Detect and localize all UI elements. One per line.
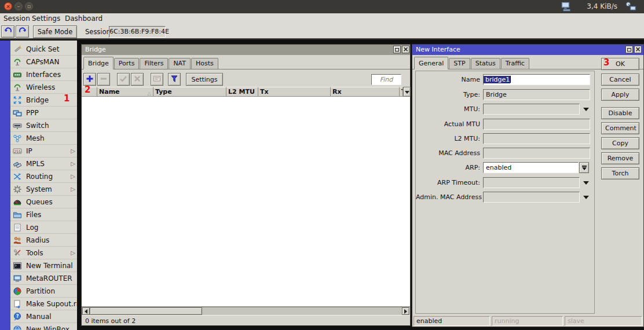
comment-button[interactable]	[151, 73, 163, 86]
ppp-icon	[13, 108, 22, 118]
sidebar-item-quick-set[interactable]: Quick Set	[10, 43, 77, 56]
remove-button[interactable]	[97, 73, 110, 86]
window-minimize-icon[interactable]: –	[14, 2, 23, 10]
field-input-arp-timeout[interactable]	[483, 177, 580, 188]
tab-traffic[interactable]: Traffic	[501, 58, 529, 69]
field-input-name[interactable]: bridge1	[483, 74, 590, 85]
add-button[interactable]	[83, 73, 96, 86]
column-selector-button[interactable]	[403, 87, 411, 97]
window-close-icon[interactable]: ×	[4, 2, 12, 10]
maximize-button[interactable]	[393, 46, 401, 53]
sort-ascending-icon	[148, 89, 151, 97]
sidebar-item-system[interactable]: System	[10, 183, 77, 196]
find-input[interactable]	[371, 74, 401, 85]
tab-nat[interactable]: NAT	[169, 58, 191, 69]
bridge-window-titlebar[interactable]: Bridge	[82, 45, 410, 55]
sidebar-item-mpls[interactable]: MPLS	[10, 157, 77, 170]
combo-dropdown-button[interactable]	[579, 162, 589, 173]
sidebar-item-ip[interactable]: 255IP	[10, 145, 77, 157]
sidebar-item-label: Make Supout.rif	[26, 300, 77, 308]
status-bar: 0 items out of 2	[82, 316, 410, 326]
chevron-down-icon	[405, 91, 409, 94]
menu-session[interactable]: Session	[3, 14, 30, 23]
tab-ports[interactable]: Ports	[114, 58, 140, 69]
maximize-button[interactable]	[625, 46, 633, 53]
sidebar-item-routing[interactable]: Routing	[10, 170, 77, 183]
close-button[interactable]	[402, 46, 409, 53]
tab-stp[interactable]: STP	[449, 58, 470, 69]
window-maximize-icon[interactable]: ▫	[25, 2, 33, 10]
copy-button[interactable]: Copy	[601, 137, 639, 149]
sidebar-item-mesh[interactable]: Mesh	[10, 132, 77, 145]
column-header-label: L2 MTU	[228, 88, 255, 96]
tab-bridge[interactable]: Bridge	[83, 57, 114, 69]
tab-hosts[interactable]: Hosts	[191, 58, 218, 69]
text-cursor	[510, 76, 511, 83]
sidebar-item-new-terminal[interactable]: New Terminal	[10, 259, 77, 272]
annotation-3: 3	[603, 58, 609, 67]
bridge-table-body[interactable]	[82, 97, 410, 307]
session-id-field[interactable]: 6C:3B:6B:F9:F8:4E	[109, 26, 166, 38]
arrow-right-icon	[404, 309, 407, 314]
new-interface-titlebar[interactable]: New Interface	[412, 45, 643, 55]
sidebar-item-new-winbox[interactable]: New WinBox	[10, 323, 77, 330]
scroll-right-button[interactable]	[402, 307, 409, 315]
sidebar-item-wireless[interactable]: Wireless	[10, 81, 77, 94]
menu-settings[interactable]: Settings	[32, 14, 60, 23]
sidebar-item-partition[interactable]: Partition	[10, 285, 77, 298]
disable-button[interactable]: Disable	[601, 107, 639, 119]
dropdown-arrow-icon[interactable]	[583, 108, 589, 111]
bridge-window: Bridge BridgePortsFiltersNATHosts Settin…	[81, 44, 411, 326]
tab-filters[interactable]: Filters	[140, 58, 168, 69]
sidebar-item-queues[interactable]: Queues	[10, 196, 77, 208]
log-icon	[13, 223, 22, 232]
sidebar-item-radius[interactable]: Radius	[10, 234, 77, 247]
column-header-l2-mtu[interactable]: L2 MTU	[226, 87, 258, 97]
sidebar-item-log[interactable]: Log	[10, 221, 77, 234]
column-header-tx[interactable]: Tx	[258, 87, 331, 97]
field-input-arp[interactable]: enabled	[483, 162, 579, 173]
field-label-arp: ARP:	[416, 162, 480, 173]
settings-button[interactable]: Settings	[186, 73, 223, 86]
column-header-rx[interactable]: Rx	[331, 87, 400, 97]
selected-text: bridge1	[484, 76, 510, 83]
column-header-label: Type	[155, 88, 172, 96]
scrollbar-thumb[interactable]	[90, 307, 202, 315]
sidebar-item-switch[interactable]: Switch	[10, 119, 77, 132]
column-header-name[interactable]: Name	[97, 87, 153, 97]
dropdown-arrow-icon[interactable]	[583, 181, 589, 185]
sidebar-item-capsman[interactable]: CAPsMAN	[10, 56, 77, 68]
dropdown-arrow-icon[interactable]	[583, 196, 589, 199]
remove-button[interactable]: Remove	[601, 152, 639, 164]
tab-general[interactable]: General	[414, 57, 448, 69]
tab-status[interactable]: Status	[471, 58, 500, 69]
column-header-type[interactable]: Type	[153, 87, 226, 97]
disable-button[interactable]	[131, 73, 144, 86]
safe-mode-button[interactable]: Safe Mode	[33, 25, 77, 38]
field-input-mtu[interactable]	[483, 104, 580, 115]
annotation-1: 1	[64, 94, 69, 103]
horizontal-scrollbar[interactable]	[82, 307, 410, 316]
field-label-type: Type:	[416, 89, 480, 100]
cancel-button[interactable]: Cancel	[601, 74, 639, 86]
sidebar-item-manual[interactable]: ?Manual	[10, 310, 77, 323]
close-button[interactable]	[634, 46, 642, 53]
close-icon	[402, 45, 408, 55]
redo-button[interactable]	[16, 25, 29, 38]
undo-button[interactable]	[1, 25, 14, 38]
scroll-left-button[interactable]	[82, 307, 90, 315]
comment-button[interactable]: Comment	[601, 122, 639, 134]
torch-button[interactable]: Torch	[601, 167, 639, 179]
filter-icon	[170, 74, 179, 85]
sidebar-item-files[interactable]: Files	[10, 208, 77, 221]
field-input-admin-mac-address[interactable]	[483, 192, 580, 203]
filter-button[interactable]	[168, 73, 181, 86]
menu-dashboard[interactable]: Dashboard	[65, 14, 103, 23]
sidebar-item-ppp[interactable]: PPP	[10, 107, 77, 119]
apply-button[interactable]: Apply	[601, 89, 639, 101]
sidebar-item-interfaces[interactable]: Interfaces	[10, 68, 77, 81]
sidebar-item-metarouter[interactable]: MetaROUTER	[10, 272, 77, 285]
enable-button[interactable]	[117, 73, 130, 86]
sidebar-item-tools[interactable]: Tools	[10, 247, 77, 259]
sidebar-item-make-supout-rif[interactable]: Make Supout.rif	[10, 298, 77, 310]
